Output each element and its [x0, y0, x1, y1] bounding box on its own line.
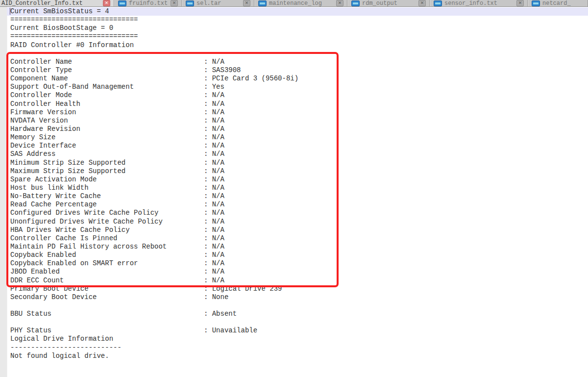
editor-line[interactable]: Memory Size : N/A — [7, 133, 588, 142]
kv-value: : N/A — [204, 276, 224, 284]
editor-line[interactable]: Not found logical drive. — [7, 352, 588, 360]
kv-value: : N/A — [204, 184, 224, 192]
editor-line[interactable]: PHY Status : Unavailable — [7, 327, 588, 335]
kv-label: No-Battery Write Cache — [10, 192, 204, 200]
editor-line[interactable]: Component Name : PCIe Card 3 (9560-8i) — [7, 75, 588, 83]
kv-value: : Yes — [204, 83, 224, 91]
tab-bar: AID_Controller_Info.txt✕fruinfo.txt✕sel.… — [0, 0, 588, 7]
editor-line[interactable]: Device Interface : N/A — [7, 142, 588, 150]
editor-line[interactable] — [7, 50, 588, 58]
editor-line[interactable]: NVDATA Version : N/A — [7, 117, 588, 125]
kv-label: HBA Drives Write Cache Policy — [10, 226, 204, 234]
kv-label: BBU Status — [10, 310, 204, 318]
editor-line[interactable]: SAS Address : N/A — [7, 150, 588, 158]
tab-sensor-info-txt[interactable]: sensor_info.txt✕ — [430, 0, 528, 6]
editor-line[interactable]: Copyback Enabled : N/A — [7, 251, 588, 259]
kv-value: : N/A — [204, 176, 224, 183]
kv-value: : N/A — [204, 268, 224, 276]
kv-label: Device Interface — [10, 142, 204, 150]
close-icon[interactable]: ✕ — [418, 0, 426, 6]
kv-value: : N/A — [204, 159, 224, 167]
tab-sel-tar[interactable]: sel.tar✕ — [182, 0, 254, 6]
editor-line[interactable] — [7, 302, 588, 310]
tab-netcard[interactable]: netcard_ — [528, 0, 588, 6]
tab-rdm-output[interactable]: rdm_output✕ — [347, 0, 430, 6]
editor-line[interactable]: No-Battery Write Cache : N/A — [7, 192, 588, 201]
editor-text[interactable]: Current SmBiosStatus = 4================… — [7, 7, 588, 360]
tab-aid-controller-info-txt[interactable]: AID_Controller_Info.txt✕ — [0, 0, 114, 6]
kv-value: : N/A — [204, 133, 224, 141]
editor-line[interactable]: Configured Drives Write Cache Policy : N… — [7, 209, 588, 217]
close-icon[interactable]: ✕ — [103, 0, 110, 6]
editor-line[interactable]: Minimum Strip Size Supported : N/A — [7, 159, 588, 167]
kv-label: Spare Activation Mode — [10, 176, 204, 183]
editor-line[interactable]: Hardware Revision : N/A — [7, 125, 588, 133]
editor-line[interactable]: Copyback Enabled on SMART error : N/A — [7, 259, 588, 268]
kv-value: : N/A — [204, 117, 224, 125]
editor-line[interactable]: Logical Drive Information — [7, 335, 588, 343]
editor-line[interactable]: Read Cache Percentage : N/A — [7, 201, 588, 209]
kv-label: NVDATA Version — [10, 117, 204, 125]
kv-label: Component Name — [10, 75, 204, 82]
kv-value: : PCIe Card 3 (9560-8i) — [204, 75, 298, 82]
kv-label: Maximum Strip Size Supported — [10, 167, 204, 175]
editor-line[interactable]: =============================== — [7, 16, 588, 24]
kv-value: : N/A — [204, 100, 224, 108]
kv-value: : Logical Drive 239 — [204, 285, 282, 293]
close-icon[interactable]: ✕ — [171, 0, 178, 6]
kv-label: JBOD Enabled — [10, 268, 204, 276]
kv-label: Secondary Boot Device — [10, 293, 204, 301]
editor-line[interactable]: --------------------------- — [7, 344, 588, 352]
kv-value: : N/A — [204, 150, 224, 158]
editor-line[interactable]: DDR ECC Count : N/A — [7, 276, 588, 285]
editor-line[interactable]: Current SmBiosStatus = 4 — [7, 7, 588, 16]
editor-line[interactable]: HBA Drives Write Cache Policy : N/A — [7, 226, 588, 234]
editor-line[interactable]: Unonfigured Drives Write Cache Policy : … — [7, 218, 588, 226]
editor-line[interactable]: Controller Mode : N/A — [7, 91, 588, 100]
kv-label: Controller Health — [10, 100, 204, 108]
kv-label: Hardware Revision — [10, 125, 204, 133]
editor-line[interactable]: Spare Activation Mode : N/A — [7, 176, 588, 184]
kv-label: Controller Cache Is Pinned — [10, 234, 204, 242]
kv-value: : N/A — [204, 125, 224, 133]
kv-value: : N/A — [204, 226, 224, 234]
editor-line[interactable]: Current BiosBootStage = 0 — [7, 24, 588, 32]
tab-label: AID_Controller_Info.txt — [1, 0, 100, 6]
kv-value: : N/A — [204, 234, 224, 242]
editor-line[interactable]: RAID Controller #0 Information — [7, 41, 588, 50]
editor-line[interactable]: Controller Name : N/A — [7, 58, 588, 66]
close-icon[interactable]: ✕ — [516, 0, 524, 6]
editor-line[interactable]: Maximum Strip Size Supported : N/A — [7, 167, 588, 176]
editor-line[interactable]: Controller Cache Is Pinned : N/A — [7, 234, 588, 243]
tab-label: netcard_ — [542, 0, 584, 6]
kv-value: : N/A — [204, 108, 224, 116]
kv-label: Read Cache Percentage — [10, 201, 204, 208]
editor-line[interactable]: JBOD Enabled : N/A — [7, 268, 588, 276]
editor-line[interactable]: BBU Status : Absent — [7, 310, 588, 318]
kv-label: Controller Type — [10, 66, 204, 74]
editor-area[interactable]: Current SmBiosStatus = 4================… — [0, 7, 588, 377]
close-icon[interactable]: ✕ — [336, 0, 343, 6]
kv-label: Copyback Enabled on SMART error — [10, 259, 204, 267]
kv-label: Host bus link Width — [10, 184, 204, 192]
editor-line[interactable]: Maintain PD Fail History across Reboot :… — [7, 243, 588, 251]
editor-line[interactable]: Secondary Boot Device : None — [7, 293, 588, 302]
kv-value: : N/A — [204, 192, 224, 200]
editor-line[interactable]: Firmware Version : N/A — [7, 108, 588, 117]
editor-line[interactable]: Controller Type : SAS3908 — [7, 66, 588, 75]
editor-line[interactable] — [7, 318, 588, 327]
close-icon[interactable]: ✕ — [243, 0, 250, 6]
editor-line[interactable]: =============================== — [7, 32, 588, 41]
editor-line[interactable]: Controller Health : N/A — [7, 100, 588, 108]
kv-value: : Unavailable — [204, 327, 257, 334]
editor-line[interactable]: Primary Boot Device : Logical Drive 239 — [7, 285, 588, 293]
file-icon — [532, 0, 540, 6]
editor-line[interactable]: Support Out-of-Band Management : Yes — [7, 83, 588, 91]
tab-fruinfo-txt[interactable]: fruinfo.txt✕ — [114, 0, 182, 6]
file-icon — [351, 0, 360, 6]
tab-label: rdm_output — [362, 0, 416, 6]
editor-line[interactable]: Host bus link Width : N/A — [7, 184, 588, 192]
kv-value: : N/A — [204, 167, 224, 175]
kv-value: : N/A — [204, 209, 224, 217]
tab-maintenance-log[interactable]: maintenance_log✕ — [254, 0, 347, 6]
